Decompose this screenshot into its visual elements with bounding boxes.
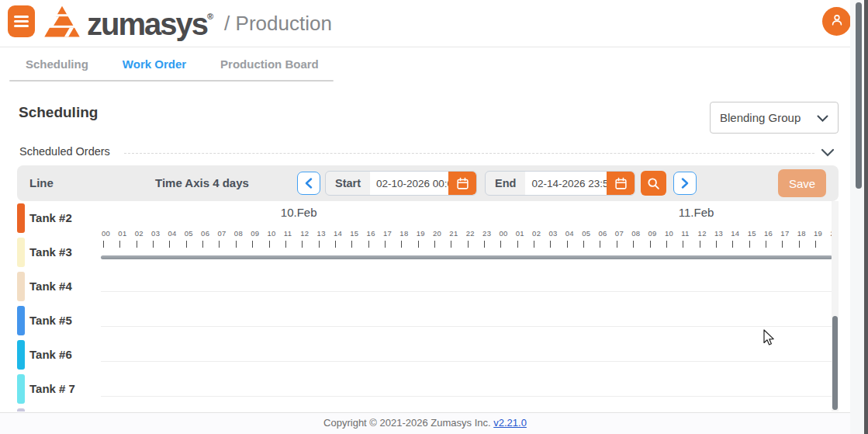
version-link[interactable]: v2.21.0 <box>493 417 527 429</box>
hour-cell: 20 <box>431 229 448 252</box>
hour-tick <box>252 241 253 248</box>
line-row-tank6[interactable]: Tank #6 <box>17 338 101 372</box>
horizontal-scrollbar-thumb[interactable] <box>101 255 832 259</box>
line-row-tank3[interactable]: Tank #3 <box>17 235 101 269</box>
line-row-tank2[interactable]: Tank #2 <box>17 201 101 235</box>
hour-cell: 04 <box>166 229 182 252</box>
section-title: Scheduled Orders <box>19 145 110 158</box>
hour-cell: 14 <box>729 229 745 252</box>
hour-label: 14 <box>731 229 739 238</box>
line-row-tank5[interactable]: Tank #5 <box>17 304 101 338</box>
hour-tick <box>815 241 816 248</box>
hour-tick <box>451 241 451 248</box>
hour-label: 17 <box>780 229 789 238</box>
page-scrollbar-thumb[interactable] <box>856 2 862 189</box>
app-window: zumasys® / Production SchedulingWork Ord… <box>0 0 868 434</box>
hour-label: 19 <box>417 229 425 238</box>
hour-label: 17 <box>383 229 392 238</box>
start-date-input[interactable] <box>370 172 448 195</box>
hour-label: 20 <box>433 229 441 238</box>
hour-label: 21 <box>449 229 458 238</box>
hour-label: 12 <box>698 229 707 238</box>
collapse-section-chevron-icon[interactable] <box>821 146 835 160</box>
hour-cell: 17 <box>779 229 795 252</box>
hour-tick <box>269 241 270 248</box>
hour-cell: 18 <box>398 229 414 252</box>
hour-label: 08 <box>234 229 243 238</box>
hour-label: 06 <box>201 229 209 238</box>
hour-label: 18 <box>399 229 408 238</box>
hour-tick <box>351 241 352 248</box>
hour-tick <box>385 241 386 248</box>
day-label: 11.Feb <box>497 206 832 219</box>
line-label: Tank # 7 <box>29 372 75 406</box>
start-calendar-button[interactable] <box>448 172 476 195</box>
group-select-dropdown[interactable]: Blending Group <box>710 102 839 134</box>
hour-label: 01 <box>118 229 126 238</box>
line-row-tank4[interactable]: Tank #4 <box>17 269 101 304</box>
hour-cell: 13 <box>713 229 729 252</box>
hour-tick <box>368 241 369 248</box>
row-separator <box>101 291 832 292</box>
hour-cell: 05 <box>580 229 597 252</box>
hour-label: 16 <box>367 229 375 238</box>
hour-tick <box>236 241 237 248</box>
line-label: Tank #4 <box>29 269 72 304</box>
hour-label: 07 <box>217 229 226 238</box>
hamburger-icon <box>8 16 35 27</box>
hour-label: 09 <box>648 229 657 238</box>
chevron-left-icon <box>305 178 313 189</box>
scheduler-panel: Line Time Axis 4 days Start End <box>17 165 839 411</box>
end-calendar-button[interactable] <box>607 172 635 195</box>
hour-cell: 02 <box>133 229 150 252</box>
hour-label: 15 <box>350 229 358 238</box>
hour-label: 00 <box>102 229 110 238</box>
hour-cell: 23 <box>481 229 497 252</box>
hour-label: 09 <box>251 229 259 238</box>
start-date-group: Start <box>325 171 477 196</box>
hour-tick <box>186 241 187 248</box>
save-button[interactable]: Save <box>778 169 826 197</box>
tab-scheduling[interactable]: Scheduling <box>26 57 88 71</box>
tab-production-board[interactable]: Production Board <box>220 57 319 71</box>
hour-cell: 08 <box>233 229 249 252</box>
hour-tick <box>550 241 551 248</box>
hour-tick <box>302 241 303 248</box>
time-axis-header: Time Axis 4 days <box>155 165 249 201</box>
hour-cell: 10 <box>266 229 282 252</box>
search-button[interactable] <box>641 171 666 196</box>
next-page-button[interactable] <box>673 172 697 195</box>
end-date-group: End <box>485 171 635 196</box>
hour-cell: 19 <box>415 229 431 252</box>
line-label: Tank #2 <box>29 201 72 235</box>
tab-bar: SchedulingWork OrderProduction Board <box>0 47 868 81</box>
hour-tick <box>468 241 469 248</box>
tab-underline <box>9 80 334 82</box>
hour-label: 02 <box>135 229 144 238</box>
line-row[interactable] <box>17 406 101 411</box>
tab-work-order[interactable]: Work Order <box>123 57 186 71</box>
user-avatar-button[interactable] <box>822 7 851 36</box>
end-date-input[interactable] <box>525 172 607 195</box>
hour-tick <box>418 241 419 248</box>
line-label: Tank #6 <box>29 338 72 372</box>
hour-cell: 17 <box>382 229 398 252</box>
line-color-bar <box>17 238 25 267</box>
scheduler-toolbar: Line Time Axis 4 days Start End <box>17 165 839 201</box>
hour-tick <box>732 241 733 248</box>
prev-page-button[interactable] <box>297 172 320 195</box>
hour-tick <box>103 241 104 248</box>
hour-tick <box>484 241 485 248</box>
line-row-tank7[interactable]: Tank # 7 <box>17 372 101 406</box>
hour-cell: 09 <box>249 229 265 252</box>
hour-tick <box>169 241 170 248</box>
chart-vertical-scrollbar-thumb[interactable] <box>832 316 838 410</box>
hamburger-menu-button[interactable] <box>8 5 35 37</box>
hour-tick <box>401 241 402 248</box>
group-select-value: Blending Group <box>720 111 817 124</box>
hour-cell: 12 <box>299 229 315 252</box>
search-icon <box>647 177 660 190</box>
hour-cell: 11 <box>680 229 696 252</box>
hour-label: 00 <box>499 229 507 238</box>
hour-label: 22 <box>466 229 475 238</box>
